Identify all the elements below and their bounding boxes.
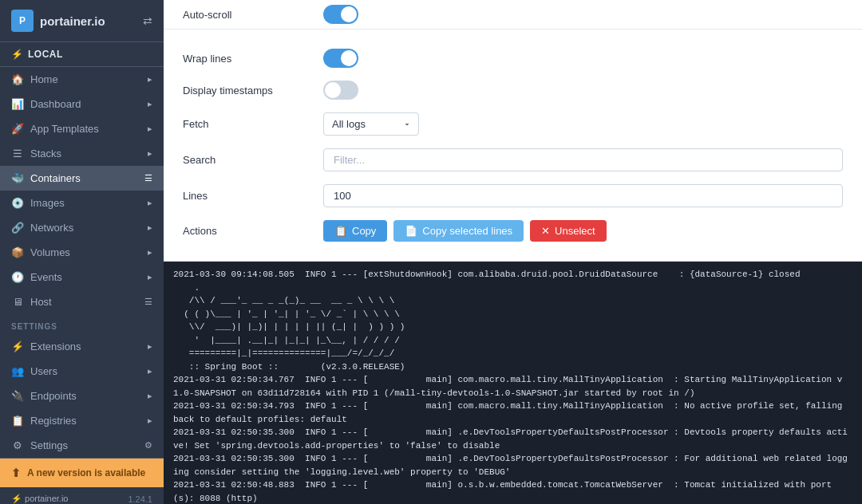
log-line: \\/ ___)| |_)| | | | | || (_| | ) ) ) ) <box>173 321 852 334</box>
sidebar-item-label: App Templates <box>30 123 141 135</box>
sidebar-item-networks[interactable]: 🔗 Networks ▸ <box>0 215 164 240</box>
lines-input[interactable] <box>323 184 843 207</box>
log-line: 2021-03-31 02:50:34.767 INFO 1 --- [ mai… <box>173 373 852 400</box>
unselect-icon: ✕ <box>541 225 550 237</box>
images-icon-right: ▸ <box>148 198 152 208</box>
log-line: 2021-03-31 02:50:48.883 INFO 1 --- [ mai… <box>173 478 852 504</box>
sidebar-item-label: Registries <box>30 415 141 427</box>
display-timestamps-label: Display timestamps <box>183 85 310 96</box>
env-label: LOCAL <box>28 49 63 60</box>
containers-icon: 🐳 <box>11 172 24 184</box>
sidebar-item-volumes[interactable]: 📦 Volumes ▸ <box>0 240 164 265</box>
sidebar-item-extensions[interactable]: ⚡ Extensions ▸ <box>0 334 164 359</box>
copy-selected-button[interactable]: 📄 Copy selected lines <box>393 220 524 242</box>
copy-selected-icon: 📄 <box>405 225 417 237</box>
sidebar-item-label: Home <box>30 73 141 85</box>
display-timestamps-row: Display timestamps <box>183 74 843 106</box>
networks-icon-right: ▸ <box>148 222 152 233</box>
copy-button[interactable]: 📋 Copy <box>323 220 387 242</box>
update-icon: ⬆ <box>11 467 21 479</box>
extensions-icon: ⚡ <box>11 341 24 352</box>
portainer-version-logo: ⚡ portainer.io <box>11 494 68 504</box>
lines-row: Lines <box>183 178 843 214</box>
fetch-row: Fetch All logs Last 100 Last 500 Last 10… <box>183 106 843 142</box>
sidebar-item-dashboard[interactable]: 📊 Dashboard ▸ <box>0 92 164 116</box>
containers-icon-right: ☰ <box>144 173 152 183</box>
update-banner[interactable]: ⬆ A new version is available <box>0 459 164 487</box>
app-templates-icon-right: ▸ <box>148 124 152 134</box>
log-line: . <box>173 282 852 295</box>
events-icon: 🕐 <box>11 271 24 283</box>
portainer-logo-icon: P <box>11 10 34 32</box>
env-icon: ⚡ <box>11 49 23 60</box>
fetch-select[interactable]: All logs Last 100 Last 500 Last 1000 <box>323 112 419 136</box>
sidebar-item-containers[interactable]: 🐳 Containers ☰ <box>0 166 164 191</box>
sidebar-item-stacks[interactable]: ☰ Stacks ▸ <box>0 141 164 166</box>
sidebar-item-users[interactable]: 👥 Users ▸ <box>0 359 164 384</box>
display-timestamps-toggle[interactable] <box>323 81 358 100</box>
events-icon-right: ▸ <box>148 272 152 282</box>
actions-label: Actions <box>183 225 310 237</box>
log-output[interactable]: 2021-03-30 09:14:08.505 INFO 1 --- [extS… <box>164 262 862 504</box>
log-line: /\\ / ___'_ __ _ _(_)_ __ __ _ \ \ \ \ <box>173 294 852 308</box>
networks-icon: 🔗 <box>11 222 24 234</box>
sidebar-item-label: Extensions <box>30 341 141 352</box>
search-label: Search <box>183 154 310 166</box>
actions-row: Actions 📋 Copy 📄 Copy selected lines ✕ U… <box>183 214 843 248</box>
users-icon-right: ▸ <box>148 366 152 376</box>
stacks-icon-right: ▸ <box>148 148 152 159</box>
search-input[interactable] <box>323 148 843 171</box>
settings-section-label: SETTINGS <box>0 314 164 334</box>
toggle-sidebar-icon[interactable]: ⇄ <box>143 14 152 27</box>
log-line: 2021-03-30 09:14:08.505 INFO 1 --- [extS… <box>173 268 852 282</box>
home-icon-right: ▸ <box>148 74 152 85</box>
copy-icon: 📋 <box>334 225 347 237</box>
log-line: =========|_|==============|___/=/_/_/_/ <box>173 347 852 360</box>
sidebar-logo: P portainer.io ⇄ <box>0 0 164 42</box>
wrap-lines-row: Wrap lines <box>183 42 843 74</box>
sidebar-bottom: ⬆ A new version is available ⚡ portainer… <box>0 458 164 504</box>
auto-scroll-label: Auto-scroll <box>183 9 310 21</box>
sidebar-item-label: Settings <box>30 439 138 451</box>
sidebar-item-registries[interactable]: 📋 Registries ▸ <box>0 408 164 433</box>
settings-icon: ⚙ <box>11 439 24 451</box>
images-icon: 💿 <box>11 197 24 209</box>
stacks-icon: ☰ <box>11 148 24 159</box>
portainer-version-logo-text: ⚡ portainer.io <box>11 494 68 504</box>
version-bar: ⚡ portainer.io 1.24.1 <box>0 487 164 504</box>
settings-icon-right: ⚙ <box>144 440 152 451</box>
log-line: :: Spring Boot :: (v2.3.0.RELEASE) <box>173 360 852 374</box>
environment-section: ⚡ LOCAL <box>0 42 164 67</box>
sidebar-item-label: Events <box>30 271 141 283</box>
dashboard-icon-right: ▸ <box>148 99 152 109</box>
volumes-icon: 📦 <box>11 246 24 258</box>
sidebar-item-events[interactable]: 🕐 Events ▸ <box>0 265 164 289</box>
log-line: ( ( )\___ | '_ | '_| | '_ \/ _` | \ \ \ … <box>173 308 852 321</box>
dashboard-icon: 📊 <box>11 98 24 110</box>
host-icon: 🖥 <box>11 296 24 308</box>
auto-scroll-toggle[interactable] <box>323 5 358 24</box>
wrap-lines-toggle[interactable] <box>323 49 358 68</box>
sidebar-item-app-templates[interactable]: 🚀 App Templates ▸ <box>0 116 164 141</box>
sidebar-item-home[interactable]: 🏠 Home ▸ <box>0 67 164 92</box>
search-row: Search <box>183 142 843 178</box>
endpoints-icon: 🔌 <box>11 390 24 402</box>
app-templates-icon: 🚀 <box>11 123 24 135</box>
sidebar-item-host[interactable]: 🖥 Host ☰ <box>0 289 164 314</box>
wrap-lines-label: Wrap lines <box>183 53 310 65</box>
sidebar-item-label: Dashboard <box>30 98 141 110</box>
sidebar-item-endpoints[interactable]: 🔌 Endpoints ▸ <box>0 384 164 408</box>
sidebar-item-label: Users <box>30 365 141 377</box>
sidebar-item-images[interactable]: 💿 Images ▸ <box>0 191 164 215</box>
unselect-button[interactable]: ✕ Unselect <box>530 220 607 242</box>
users-icon: 👥 <box>11 365 24 377</box>
sidebar-item-label: Networks <box>30 222 141 234</box>
content-area: Auto-scroll Wrap lines Display timestamp… <box>164 0 862 504</box>
fetch-label: Fetch <box>183 118 310 130</box>
version-number: 1.24.1 <box>128 494 152 504</box>
log-line: 2021-03-31 02:50:35.300 INFO 1 --- [ mai… <box>173 452 852 478</box>
main-content: Auto-scroll Wrap lines Display timestamp… <box>164 0 862 504</box>
logo-text: portainer.io <box>40 14 105 28</box>
sidebar-item-settings[interactable]: ⚙ Settings ⚙ <box>0 433 164 458</box>
actions-group: 📋 Copy 📄 Copy selected lines ✕ Unselect <box>323 220 607 242</box>
